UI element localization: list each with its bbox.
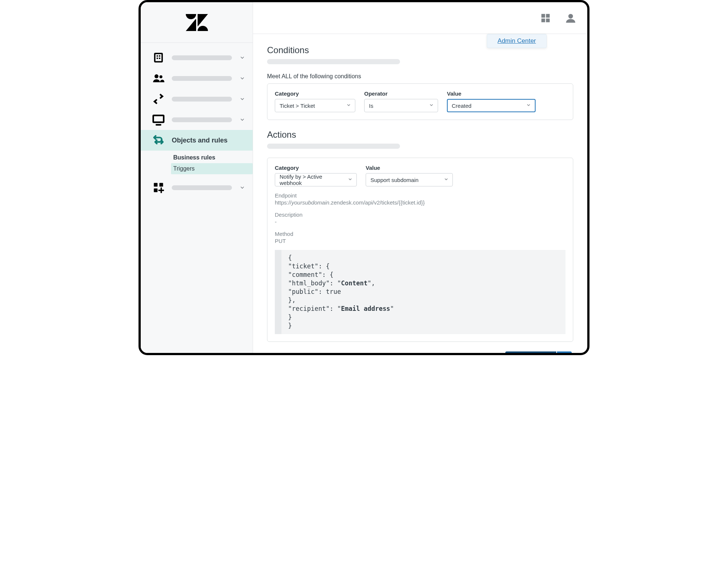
select-value: Created xyxy=(452,103,471,109)
conditions-subhead: Meet ALL of the following conditions xyxy=(267,73,573,80)
chevron-down-icon xyxy=(526,103,531,109)
workflow-icon xyxy=(152,134,165,147)
svg-point-17 xyxy=(568,14,573,18)
actions-card: Category Notify by > Active webhook Valu… xyxy=(267,158,573,342)
sidebar-nav: Objects and rules Business rules Trigger… xyxy=(141,43,253,198)
arrows-horizontal-icon xyxy=(152,92,165,106)
svg-point-7 xyxy=(154,74,158,78)
sidebar-item-workspaces[interactable] xyxy=(141,109,253,130)
action-category-select[interactable]: Notify by > Active webhook xyxy=(275,173,357,186)
apps-add-icon xyxy=(152,181,165,194)
select-value: Support subdomain xyxy=(370,177,418,183)
create-trigger-dropdown-button[interactable] xyxy=(557,351,572,353)
sidebar-item-objects-and-rules[interactable]: Objects and rules xyxy=(141,130,253,151)
method-value: PUT xyxy=(275,238,565,244)
content: Conditions Meet ALL of the following con… xyxy=(253,34,587,353)
svg-rect-16 xyxy=(546,18,550,22)
actions-description-placeholder xyxy=(267,144,400,149)
admin-center-tooltip: Admin Center xyxy=(487,34,547,48)
chevron-down-icon xyxy=(239,116,246,123)
svg-rect-13 xyxy=(541,14,545,17)
svg-rect-3 xyxy=(157,55,158,57)
sidebar-item-people[interactable] xyxy=(141,68,253,89)
method-label: Method xyxy=(275,231,565,237)
sidebar-subnav: Business rules Triggers xyxy=(141,151,253,177)
topbar xyxy=(253,2,587,34)
sidebar-item-apps[interactable] xyxy=(141,177,253,198)
conditions-card: Category Ticket > Ticket Operator Is xyxy=(267,83,573,120)
chevron-down-icon xyxy=(239,184,246,191)
building-icon xyxy=(152,51,165,64)
action-value-label: Value xyxy=(366,165,453,171)
svg-rect-11 xyxy=(160,183,163,187)
condition-operator-label: Operator xyxy=(364,90,438,97)
logo-row xyxy=(141,2,253,43)
svg-rect-15 xyxy=(541,18,545,22)
user-avatar-icon[interactable] xyxy=(564,12,577,24)
chevron-down-icon xyxy=(239,75,246,82)
app-frame: Objects and rules Business rules Trigger… xyxy=(139,0,589,355)
svg-rect-5 xyxy=(157,58,158,59)
chevron-down-icon xyxy=(429,103,434,109)
nav-placeholder xyxy=(172,117,232,122)
chevron-down-icon xyxy=(348,177,353,183)
chevron-down-icon xyxy=(346,103,351,109)
apps-grid-icon[interactable] xyxy=(539,12,552,24)
subnav-heading: Business rules xyxy=(173,152,253,163)
endpoint-label: Endpoint xyxy=(275,192,565,199)
condition-category-label: Category xyxy=(275,90,355,97)
select-value: Ticket > Ticket xyxy=(280,103,315,109)
condition-value-select[interactable]: Created xyxy=(447,99,536,112)
actions-title: Actions xyxy=(267,130,573,140)
chevron-down-icon xyxy=(239,54,246,61)
description-label: Description xyxy=(275,212,565,218)
select-value: Notify by > Active webhook xyxy=(280,174,345,186)
chevron-down-icon xyxy=(239,95,246,103)
select-value: Is xyxy=(369,103,373,109)
sidebar-item-label: Objects and rules xyxy=(172,137,246,144)
action-category-label: Category xyxy=(275,165,357,171)
conditions-description-placeholder xyxy=(267,59,400,64)
admin-center-link[interactable]: Admin Center xyxy=(498,37,536,44)
condition-category-select[interactable]: Ticket > Ticket xyxy=(275,99,355,112)
nav-placeholder xyxy=(172,97,232,102)
sidebar-item-account[interactable] xyxy=(141,47,253,68)
nav-placeholder xyxy=(172,185,232,190)
description-value: - xyxy=(275,219,565,225)
chevron-down-icon xyxy=(444,177,449,183)
svg-point-8 xyxy=(160,75,163,78)
sidebar: Objects and rules Business rules Trigger… xyxy=(141,2,253,353)
nav-placeholder xyxy=(172,55,232,60)
zendesk-logo-icon xyxy=(186,14,208,31)
endpoint-value: https://yoursubdomain.zendesk.com/api/v2… xyxy=(275,199,565,206)
svg-rect-10 xyxy=(154,183,158,187)
main: Admin Center Conditions Meet ALL of the … xyxy=(253,2,587,353)
sidebar-item-channels[interactable] xyxy=(141,89,253,109)
svg-rect-4 xyxy=(159,55,160,57)
footer: Create trigger xyxy=(267,351,573,353)
monitor-icon xyxy=(152,113,165,126)
subnav-item-triggers[interactable]: Triggers xyxy=(171,163,253,174)
svg-rect-14 xyxy=(546,14,550,17)
svg-rect-2 xyxy=(155,54,162,62)
svg-rect-6 xyxy=(159,58,160,59)
json-body-code: { "ticket": { "comment": { "html_body": … xyxy=(275,250,565,334)
nav-placeholder xyxy=(172,76,232,81)
create-trigger-button[interactable]: Create trigger xyxy=(505,351,556,353)
svg-rect-12 xyxy=(154,189,158,192)
action-value-select[interactable]: Support subdomain xyxy=(366,173,453,186)
people-icon xyxy=(152,72,165,85)
svg-rect-9 xyxy=(153,116,164,122)
condition-operator-select[interactable]: Is xyxy=(364,99,438,112)
condition-value-label: Value xyxy=(447,90,536,97)
